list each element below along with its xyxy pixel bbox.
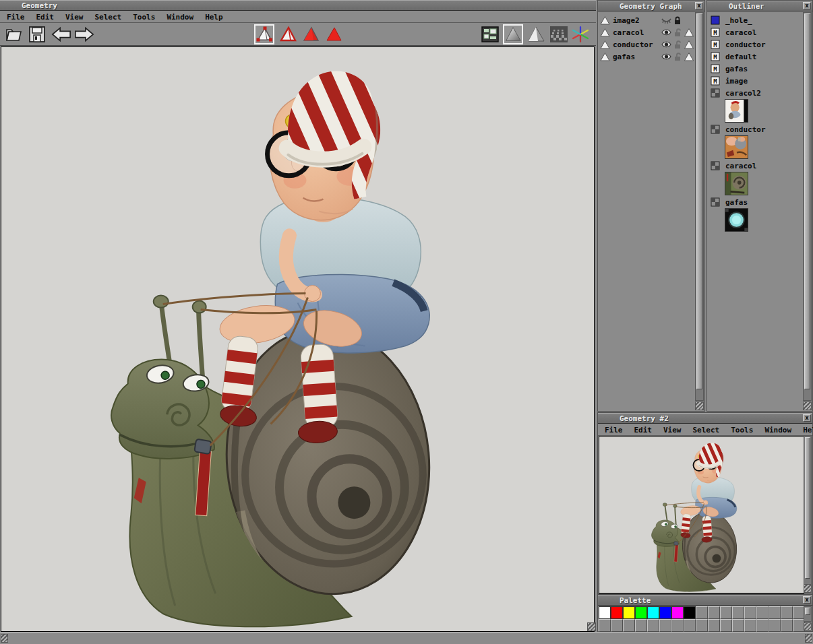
empty-swatch[interactable] <box>720 619 732 632</box>
empty-swatch[interactable] <box>781 619 793 632</box>
menu-edit[interactable]: Edit <box>36 13 55 22</box>
close-icon[interactable]: x <box>803 414 811 422</box>
color-swatch[interactable] <box>635 606 647 619</box>
palette-resize-grip[interactable] <box>804 622 812 631</box>
color-swatch[interactable] <box>623 606 635 619</box>
geometry-graph-titlebar[interactable]: Geometry Graph <box>598 1 704 11</box>
empty-swatch[interactable] <box>708 606 720 619</box>
graph-row-image2[interactable]: image2 <box>600 14 694 26</box>
empty-swatch[interactable] <box>599 619 611 632</box>
outliner-item-caracol-texture[interactable]: caracol <box>711 160 756 172</box>
lock-open-icon[interactable] <box>673 28 682 37</box>
outliner-item-hole[interactable]: _hole_ <box>711 14 752 26</box>
secondary-3d-viewport[interactable] <box>599 436 804 593</box>
statusbar-left-grip[interactable] <box>1 634 8 643</box>
caracol2-texture-thumbnail[interactable] <box>725 99 748 123</box>
color-swatch[interactable] <box>659 606 671 619</box>
graph-resize-grip[interactable] <box>695 401 704 410</box>
lock-open-icon[interactable] <box>673 40 682 49</box>
menu-window[interactable]: Window <box>764 426 791 434</box>
conductor-texture-thumbnail[interactable] <box>725 135 748 159</box>
geometry-titlebar[interactable]: Geometry <box>0 0 596 11</box>
outliner-resize-grip[interactable] <box>803 401 812 410</box>
outliner-item-caracol-material[interactable]: M caracol <box>711 26 756 38</box>
color-swatch[interactable] <box>671 606 684 619</box>
graph-row-caracol[interactable]: caracol <box>600 26 694 38</box>
empty-swatch[interactable] <box>756 619 769 632</box>
empty-swatch[interactable] <box>732 619 744 632</box>
select-object-mode-button[interactable] <box>324 24 344 44</box>
visibility-off-icon[interactable] <box>661 16 671 24</box>
outliner-item-image-material[interactable]: M image <box>711 75 748 87</box>
outliner-item-default-material[interactable]: M default <box>711 51 756 63</box>
menu-edit[interactable]: Edit <box>634 426 653 434</box>
grid-texture-button[interactable] <box>549 24 569 44</box>
geometry2-resize-grip[interactable] <box>804 584 812 593</box>
menu-tools[interactable]: Tools <box>731 426 753 434</box>
palette-scrollbar[interactable] <box>804 606 812 622</box>
empty-swatch[interactable] <box>756 606 769 619</box>
outliner-item-conductor-material[interactable]: M conductor <box>711 38 766 51</box>
menu-view[interactable]: View <box>663 426 682 434</box>
menu-select[interactable]: Select <box>693 426 720 434</box>
axes-button[interactable] <box>570 24 591 44</box>
empty-swatch[interactable] <box>769 619 781 632</box>
save-file-button[interactable] <box>27 24 47 44</box>
caracol-texture-thumbnail[interactable] <box>725 172 748 195</box>
color-swatch[interactable] <box>611 606 623 619</box>
empty-swatch[interactable] <box>708 619 720 632</box>
empty-swatch[interactable] <box>781 606 793 619</box>
close-icon[interactable]: x <box>695 2 703 9</box>
select-face-mode-button[interactable] <box>301 24 321 44</box>
close-icon[interactable]: x <box>803 2 811 9</box>
forward-button[interactable] <box>74 24 94 44</box>
outliner-scrollbar[interactable] <box>803 12 812 401</box>
empty-swatch[interactable] <box>744 606 756 619</box>
menu-window[interactable]: Window <box>167 13 193 22</box>
empty-swatch[interactable] <box>611 619 623 632</box>
visibility-on-icon[interactable] <box>661 28 671 36</box>
gafas-texture-thumbnail[interactable] <box>725 208 748 232</box>
graph-row-gafas[interactable]: gafas <box>600 51 694 63</box>
menu-select[interactable]: Select <box>95 13 122 22</box>
empty-swatch[interactable] <box>744 619 756 632</box>
empty-swatch[interactable] <box>623 619 635 632</box>
menu-help[interactable]: Help <box>803 426 813 434</box>
palette-titlebar[interactable]: Palette <box>598 595 812 606</box>
empty-swatch[interactable] <box>732 606 744 619</box>
menu-file[interactable]: File <box>605 426 623 434</box>
back-button[interactable] <box>51 24 71 44</box>
main-3d-viewport[interactable] <box>1 46 595 632</box>
panel-layout-button[interactable] <box>480 24 500 44</box>
select-vertex-mode-button[interactable] <box>254 24 274 44</box>
menu-tools[interactable]: Tools <box>133 13 155 22</box>
select-triangle-icon[interactable] <box>684 28 694 37</box>
outliner-item-caracol2-texture[interactable]: caracol2 <box>711 87 761 99</box>
select-triangle-icon[interactable] <box>684 40 694 49</box>
color-swatch[interactable] <box>599 606 611 619</box>
flat-view-button[interactable] <box>526 24 546 44</box>
outliner-item-conductor-texture[interactable]: conductor <box>711 123 766 135</box>
empty-swatch[interactable] <box>635 619 647 632</box>
geometry2-titlebar[interactable]: Geometry #2 <box>598 413 812 424</box>
empty-swatch[interactable] <box>684 619 696 632</box>
outliner-item-gafas-material[interactable]: M gafas <box>711 63 748 75</box>
empty-swatch[interactable] <box>720 606 732 619</box>
empty-swatch[interactable] <box>696 606 708 619</box>
empty-swatch[interactable] <box>647 619 659 632</box>
shaded-view-button[interactable] <box>503 24 523 44</box>
graph-row-conductor[interactable]: conductor <box>600 38 694 51</box>
empty-swatch[interactable] <box>769 606 781 619</box>
visibility-on-icon[interactable] <box>661 53 671 61</box>
color-swatch[interactable] <box>647 606 659 619</box>
lock-open-icon[interactable] <box>673 53 682 61</box>
geometry2-scrollbar[interactable] <box>804 436 812 593</box>
lock-closed-icon[interactable] <box>673 16 682 25</box>
statusbar-right-grip[interactable] <box>805 634 812 643</box>
select-edge-mode-button[interactable] <box>278 24 298 44</box>
close-icon[interactable]: x <box>803 596 811 604</box>
empty-swatch[interactable] <box>659 619 671 632</box>
empty-swatch[interactable] <box>696 619 708 632</box>
color-swatch[interactable] <box>684 606 696 619</box>
visibility-on-icon[interactable] <box>661 40 671 49</box>
